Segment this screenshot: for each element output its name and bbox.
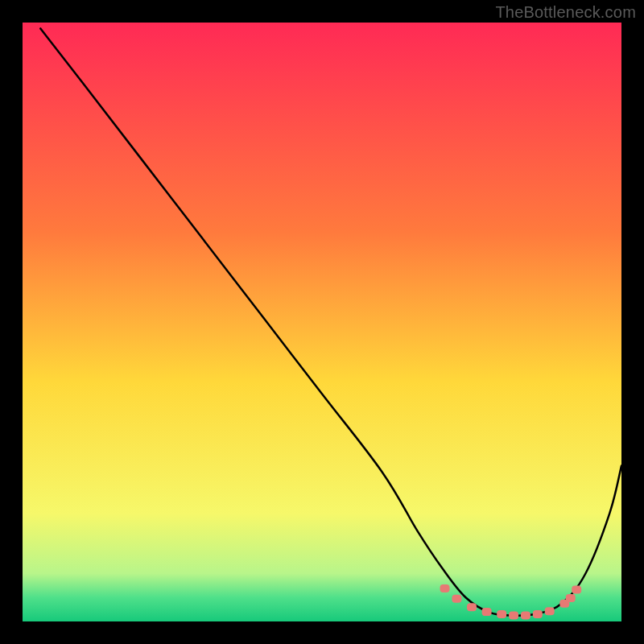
curve-marker (521, 612, 530, 620)
curve-marker (545, 607, 555, 615)
curve-marker (440, 584, 450, 592)
curve-marker (467, 603, 477, 611)
bottleneck-curve-chart (23, 23, 621, 621)
curve-marker (509, 612, 518, 620)
curve-marker (572, 586, 581, 594)
curve-marker (566, 594, 576, 602)
watermark-text: TheBottleneck.com (495, 3, 636, 22)
curve-marker (482, 608, 492, 616)
gradient-background (23, 23, 621, 621)
curve-marker (452, 595, 461, 603)
curve-marker (497, 610, 506, 618)
plot-area (23, 23, 621, 621)
chart-container: TheBottleneck.com (0, 0, 644, 644)
curve-marker (533, 610, 543, 618)
